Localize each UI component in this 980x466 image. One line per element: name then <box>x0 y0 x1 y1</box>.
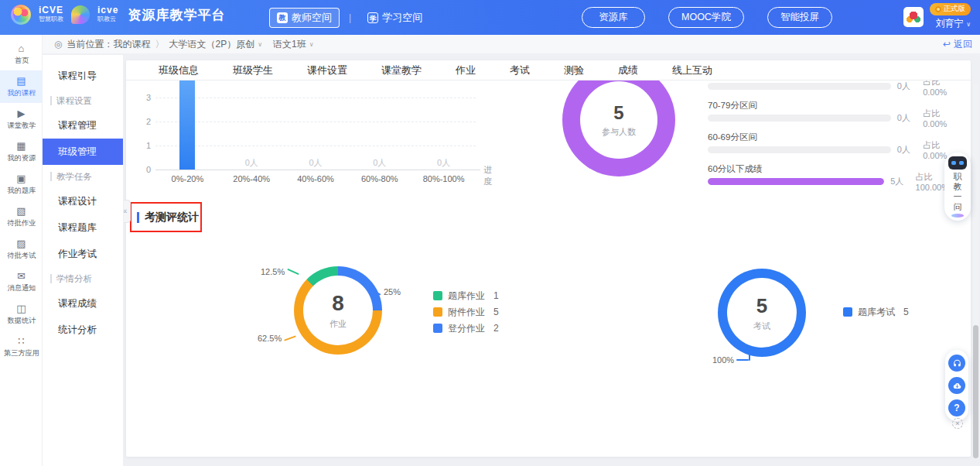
my-courses-icon: ▤ <box>16 76 26 86</box>
section-bar-icon <box>50 172 52 181</box>
tab-4[interactable]: 作业 <box>456 63 476 77</box>
nav-learning-space[interactable]: 学 学习空间 <box>360 9 429 27</box>
toolbar-collapse-button[interactable]: × <box>952 418 963 429</box>
legend-value: 5 <box>493 307 499 317</box>
user-avatar[interactable] <box>903 7 924 27</box>
menu-section-label: 课程设置 <box>56 89 92 112</box>
rail-item-label: 我的资源 <box>7 152 36 163</box>
assistant-label-char: 问 <box>954 202 962 212</box>
mooc-academy-button[interactable]: MOOC学院 <box>668 7 744 28</box>
rail-item-pending-homework[interactable]: ▧待批作业 <box>0 200 43 233</box>
menu-item-homework-exam[interactable]: 作业考试 <box>43 241 123 267</box>
tab-1[interactable]: 班级学生 <box>233 63 273 77</box>
nav-divider: | <box>349 12 351 23</box>
customer-service-button[interactable] <box>948 355 965 372</box>
menu-item-course-grades[interactable]: 课程成绩 <box>43 290 123 317</box>
legend-label: 登分作业 <box>448 322 485 335</box>
logo-secondary-sub: 职教云 <box>97 15 118 23</box>
third-party-apps-icon: ∷ <box>18 336 24 346</box>
donut-percent-callout: 100% <box>712 355 750 365</box>
classroom-teaching-icon: ▶ <box>18 108 26 118</box>
help-button[interactable]: ? <box>948 399 965 416</box>
download-button[interactable] <box>948 377 965 394</box>
menu-item-statistical-analysis[interactable]: 统计分析 <box>43 317 123 343</box>
menu-item-course-guide[interactable]: 课程引导 <box>43 63 123 89</box>
score-bar-track <box>708 178 884 185</box>
tab-7[interactable]: 成绩 <box>618 63 638 77</box>
version-badge: 正式版 <box>930 3 971 15</box>
score-count: 0人 <box>897 81 917 92</box>
user-menu[interactable]: 刘育宁 ∨ <box>936 17 971 30</box>
score-count: 5人 <box>890 176 909 187</box>
score-bar-row: 0人占比0.00% <box>708 82 963 90</box>
callout-percent-label: 100% <box>712 355 734 365</box>
resource-library-button[interactable]: 资源库 <box>582 7 645 28</box>
breadcrumb-separator: 〉 <box>155 38 164 51</box>
y-axis-tick: 3 <box>135 93 151 102</box>
callout-leader-line <box>284 335 296 341</box>
breadcrumb-prefix: 当前位置： <box>67 38 113 51</box>
legend-value: 5 <box>903 307 909 317</box>
section-bar-icon <box>50 96 52 105</box>
x-axis-category-label: 40%-60% <box>289 174 343 183</box>
menu-section-course-settings: 课程设置 <box>43 89 123 112</box>
breadcrumb-course-dropdown[interactable]: 大学语文（2P）原创 ∨ <box>169 38 262 51</box>
menu-section-label: 学情分析 <box>56 267 92 290</box>
tab-6[interactable]: 测验 <box>564 63 584 77</box>
gridline <box>155 98 476 98</box>
rail-item-pending-exams[interactable]: ▨待批考试 <box>0 233 43 266</box>
back-label: 返回 <box>954 38 972 51</box>
rail-item-label: 我的课程 <box>7 87 36 98</box>
logo-primary-top: iCVE <box>39 6 63 15</box>
class-tabs: 班级信息班级学生课件设置课堂教学作业考试测验成绩线上互动 <box>126 60 971 81</box>
tab-3[interactable]: 课堂教学 <box>381 63 422 77</box>
page-scrollbar-track[interactable] <box>973 84 978 458</box>
callout-percent-label: 62.5% <box>258 334 282 343</box>
rail-item-my-courses[interactable]: ▤我的课程 <box>0 70 43 103</box>
menu-item-class-management[interactable]: 班级管理 <box>43 139 123 165</box>
donut-percent-callout: 62.5% <box>258 334 296 343</box>
x-axis-category-label: 20%-40% <box>224 174 278 183</box>
donut-percent-callout: 25% <box>369 287 401 296</box>
breadcrumb-bar: ◎ 当前位置： 我的课程 〉 大学语文（2P）原创 ∨ 语文1班 ∨ ↩ 返回 <box>43 35 980 54</box>
rail-item-classroom-teaching[interactable]: ▶课堂教学 <box>0 103 43 135</box>
homework-donut-chart: 8作业12.5%62.5%25% <box>294 266 382 355</box>
learning-space-label: 学习空间 <box>382 11 422 25</box>
bar-value-label: 0人 <box>358 157 401 169</box>
page-scrollbar-thumb[interactable] <box>973 325 978 458</box>
brand-area: iCVE 智慧职教 icve 职教云 资源库教学平台 <box>11 5 225 25</box>
rail-item-my-question-bank[interactable]: ▣我的题库 <box>0 168 43 200</box>
participation-donut: 5参与人数 <box>562 81 675 176</box>
rail-item-notifications[interactable]: ✉消息通知 <box>0 266 43 298</box>
tab-8[interactable]: 线上互动 <box>672 63 712 77</box>
breadcrumb-root[interactable]: 我的课程 <box>113 38 150 51</box>
y-axis-tick: 2 <box>135 117 151 126</box>
smart-casting-button[interactable]: 智能投屏 <box>767 7 832 28</box>
rail-item-my-resources[interactable]: ▦我的资源 <box>0 135 43 168</box>
section-bar-icon <box>50 274 52 283</box>
donut-percent-callout: 12.5% <box>261 267 299 276</box>
my-question-bank-icon: ▣ <box>16 173 26 183</box>
rail-item-third-party-apps[interactable]: ∷第三方应用 <box>0 331 43 363</box>
tab-5[interactable]: 考试 <box>510 63 530 77</box>
assistant-widget[interactable]: 职 教 一 问 <box>944 152 971 221</box>
legend-row: 题库考试5 <box>843 307 909 317</box>
tab-2[interactable]: 课件设置 <box>307 63 347 77</box>
breadcrumb-class-dropdown[interactable]: 语文1班 ∨ <box>273 38 314 51</box>
rail-item-data-statistics[interactable]: ◫数据统计 <box>0 298 43 331</box>
nav-teacher-space[interactable]: 教 教师空间 <box>269 8 340 28</box>
icve-secondary-logo: icve 职教云 <box>97 6 118 23</box>
teacher-space-icon: 教 <box>277 12 288 23</box>
logo-primary-sub: 智慧职教 <box>39 15 63 23</box>
back-button[interactable]: ↩ 返回 <box>943 38 972 51</box>
score-percentage: 占比0.00% <box>923 108 963 128</box>
rail-item-home[interactable]: ⌂首页 <box>0 38 43 70</box>
menu-item-course-question-bank[interactable]: 课程题库 <box>43 214 123 241</box>
x-axis-category-label: 60%-80% <box>353 174 407 183</box>
menu-item-course-design[interactable]: 课程设计 <box>43 188 123 214</box>
assistant-label-char: 教 <box>954 182 962 192</box>
menu-item-course-management[interactable]: 课程管理 <box>43 112 123 139</box>
icve-swirl-logo-icon <box>11 5 31 25</box>
tab-0[interactable]: 班级信息 <box>159 63 199 77</box>
score-bar-row: 0人占比0.00% <box>708 146 963 153</box>
